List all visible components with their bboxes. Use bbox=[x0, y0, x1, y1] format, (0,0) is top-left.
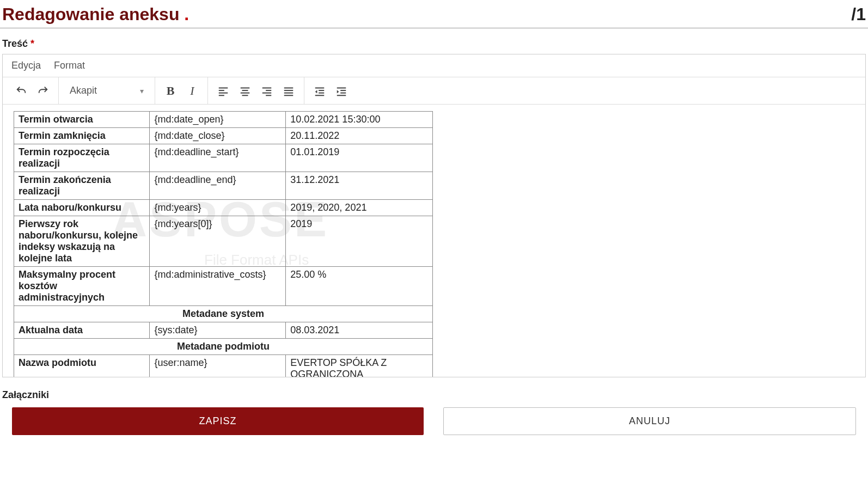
row-value: 01.01.2019 bbox=[286, 144, 433, 172]
section-row: Metadane system bbox=[14, 306, 433, 322]
metadata-table: Termin otwarcia{md:date_open}10.02.2021 … bbox=[14, 111, 433, 377]
outdent-button[interactable] bbox=[309, 80, 331, 102]
section-label: Metadane system bbox=[14, 306, 433, 322]
align-group bbox=[208, 77, 304, 104]
table-row: Aktualna data{sys:date}08.03.2021 bbox=[14, 322, 433, 339]
page-title: Redagowanie aneksu . bbox=[2, 4, 189, 25]
table-row: Lata naboru/konkursu{md:years}2019, 2020… bbox=[14, 200, 433, 216]
row-label: Lata naboru/konkursu bbox=[14, 200, 150, 216]
undo-button[interactable] bbox=[10, 80, 32, 102]
indent-icon bbox=[335, 85, 347, 97]
redo-icon bbox=[37, 85, 49, 97]
row-value: 2019, 2020, 2021 bbox=[286, 200, 433, 216]
row-label: Termin rozpoczęcia realizacji bbox=[14, 144, 150, 172]
action-buttons: ZAPISZ ANULUJ bbox=[0, 407, 868, 441]
section-row: Metadane podmiotu bbox=[14, 339, 433, 355]
content-label-text: Treść bbox=[2, 38, 28, 49]
cancel-button[interactable]: ANULUJ bbox=[443, 407, 856, 435]
menu-format[interactable]: Format bbox=[54, 60, 85, 71]
indent-group bbox=[304, 77, 357, 104]
row-code: {md:administrative_costs} bbox=[150, 267, 286, 306]
row-code: {md:date_open} bbox=[150, 112, 286, 128]
table-row: Maksymalny procent kosztów administracyj… bbox=[14, 267, 433, 306]
section-label: Metadane podmiotu bbox=[14, 339, 433, 355]
title-dot: . bbox=[184, 4, 189, 24]
style-group: B I bbox=[155, 77, 208, 104]
align-right-icon bbox=[261, 85, 273, 97]
row-code: {md:years[0]} bbox=[150, 216, 286, 267]
content-label: Treść * bbox=[2, 38, 868, 50]
editor-menubar: Edycja Format bbox=[3, 54, 865, 77]
page-header: Redagowanie aneksu . /1 bbox=[0, 0, 868, 28]
row-value: 10.02.2021 15:30:00 bbox=[286, 112, 433, 128]
redo-button[interactable] bbox=[32, 80, 54, 102]
row-label: Termin zamknięcia bbox=[14, 128, 150, 144]
row-value: 08.03.2021 bbox=[286, 322, 433, 339]
row-code: {md:deadline_end} bbox=[150, 172, 286, 200]
row-code: {user:name} bbox=[150, 355, 286, 377]
undo-icon bbox=[15, 85, 27, 97]
bold-button[interactable]: B bbox=[160, 80, 181, 102]
title-text: Redagowanie aneksu bbox=[2, 4, 179, 24]
block-format-select[interactable]: Akapit ▾ bbox=[63, 80, 150, 102]
editor-content[interactable]: ASPOSE File Format APIs Termin otwarcia{… bbox=[3, 105, 865, 377]
chevron-down-icon: ▾ bbox=[140, 87, 144, 95]
format-select-group: Akapit ▾ bbox=[59, 77, 155, 104]
attachments-label: Załączniki bbox=[2, 389, 868, 401]
menu-edit[interactable]: Edycja bbox=[11, 60, 41, 71]
italic-button[interactable]: I bbox=[181, 80, 203, 102]
align-left-button[interactable] bbox=[212, 80, 234, 102]
align-justify-button[interactable] bbox=[278, 80, 299, 102]
table-row: Nazwa podmiotu{user:name}EVERTOP SPÓŁKA … bbox=[14, 355, 433, 377]
editor-toolbar: Akapit ▾ B I bbox=[3, 77, 865, 105]
history-group bbox=[6, 77, 59, 104]
row-label: Maksymalny procent kosztów administracyj… bbox=[14, 267, 150, 306]
row-value: 31.12.2021 bbox=[286, 172, 433, 200]
outdent-icon bbox=[314, 85, 326, 97]
row-code: {md:date_close} bbox=[150, 128, 286, 144]
table-row: Termin otwarcia{md:date_open}10.02.2021 … bbox=[14, 112, 433, 128]
row-label: Pierwszy rok naboru/konkursu, kolejne in… bbox=[14, 216, 150, 267]
block-format-value: Akapit bbox=[70, 85, 97, 96]
row-code: {md:deadline_start} bbox=[150, 144, 286, 172]
row-value: 2019 bbox=[286, 216, 433, 267]
indent-button[interactable] bbox=[331, 80, 352, 102]
page-number: /1 bbox=[851, 4, 866, 25]
row-value: 25.00 % bbox=[286, 267, 433, 306]
row-label: Termin zakończenia realizacji bbox=[14, 172, 150, 200]
table-row: Pierwszy rok naboru/konkursu, kolejne in… bbox=[14, 216, 433, 267]
align-center-icon bbox=[239, 85, 251, 97]
save-button[interactable]: ZAPISZ bbox=[12, 407, 424, 435]
rich-text-editor: Edycja Format Akapit ▾ B I bbox=[2, 54, 866, 377]
row-label: Aktualna data bbox=[14, 322, 150, 339]
align-left-icon bbox=[217, 85, 229, 97]
required-asterisk: * bbox=[30, 38, 34, 49]
row-label: Nazwa podmiotu bbox=[14, 355, 150, 377]
row-label: Termin otwarcia bbox=[14, 112, 150, 128]
align-justify-icon bbox=[283, 85, 295, 97]
table-row: Termin zakończenia realizacji{md:deadlin… bbox=[14, 172, 433, 200]
row-value: 20.11.2022 bbox=[286, 128, 433, 144]
row-code: {md:years} bbox=[150, 200, 286, 216]
align-center-button[interactable] bbox=[234, 80, 256, 102]
table-row: Termin zamknięcia{md:date_close}20.11.20… bbox=[14, 128, 433, 144]
row-code: {sys:date} bbox=[150, 322, 286, 339]
table-row: Termin rozpoczęcia realizacji{md:deadlin… bbox=[14, 144, 433, 172]
row-value: EVERTOP SPÓŁKA Z OGRANICZONĄ ODPOWIEDZIA… bbox=[286, 355, 433, 377]
align-right-button[interactable] bbox=[256, 80, 278, 102]
